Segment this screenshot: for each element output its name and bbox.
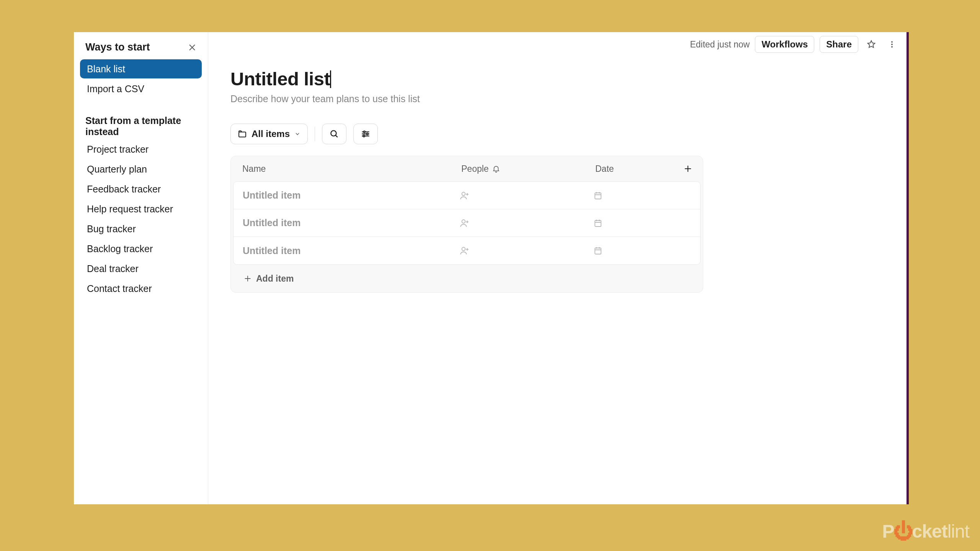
chevron-down-icon [294, 131, 301, 137]
share-button[interactable]: Share [820, 36, 858, 53]
svg-point-10 [462, 220, 466, 223]
set-date-button[interactable] [593, 218, 696, 228]
dropdown-label: All items [252, 129, 290, 139]
svg-point-6 [366, 133, 368, 135]
template-backlog-tracker[interactable]: Backlog tracker [80, 239, 202, 258]
template-help-request-tracker[interactable]: Help request tracker [80, 199, 202, 218]
template-contact-tracker[interactable]: Contact tracker [80, 279, 202, 298]
template-feedback-tracker[interactable]: Feedback tracker [80, 179, 202, 199]
sidebar-item-label: Backlog tracker [87, 243, 153, 254]
item-name[interactable]: Untitled item [243, 245, 459, 256]
folder-icon [238, 129, 247, 139]
table-row[interactable]: Untitled item [234, 182, 700, 209]
plus-icon [244, 275, 252, 282]
close-icon[interactable] [188, 43, 196, 52]
sidebar-item-label: Help request tracker [87, 204, 173, 214]
sidebar-item-label: Project tracker [87, 144, 149, 155]
svg-rect-9 [595, 193, 601, 199]
sidebar-item-label: Contact tracker [87, 283, 152, 294]
button-label: Workflows [761, 39, 808, 49]
watermark-text: P [882, 521, 894, 542]
svg-point-1 [891, 44, 893, 45]
list-title[interactable]: Untitled list [230, 68, 330, 90]
svg-point-0 [891, 41, 893, 43]
svg-point-8 [462, 192, 466, 196]
person-add-icon [459, 246, 593, 256]
star-icon[interactable] [864, 37, 879, 52]
svg-point-2 [891, 46, 893, 47]
add-column-button[interactable] [672, 165, 699, 173]
sidebar-item-label: Bug tracker [87, 223, 136, 234]
person-add-icon [459, 191, 593, 201]
sliders-icon [361, 129, 371, 139]
column-name[interactable]: Name [242, 164, 461, 174]
divider [315, 127, 315, 141]
view-controls: All items [230, 124, 883, 144]
sidebar-start-list: Blank list Import a CSV [80, 59, 202, 98]
button-label: Add item [256, 274, 294, 284]
svg-point-12 [462, 247, 466, 251]
sidebar-template-list: Project tracker Quarterly plan Feedback … [80, 140, 202, 298]
calendar-icon [593, 218, 696, 228]
item-name[interactable]: Untitled item [243, 190, 459, 201]
svg-point-5 [364, 131, 365, 132]
sidebar-item-label: Quarterly plan [87, 164, 147, 174]
column-date[interactable]: Date [595, 164, 672, 174]
search-button[interactable] [322, 124, 346, 144]
sidebar-item-label: Blank list [87, 64, 125, 74]
more-icon[interactable] [884, 37, 900, 52]
workflows-button[interactable]: Workflows [755, 36, 814, 53]
list-description-placeholder[interactable]: Describe how your team plans to use this… [230, 93, 883, 104]
sidebar-item-label: Deal tracker [87, 263, 139, 274]
main-pane: Edited just now Workflows Share Untitled… [208, 32, 906, 504]
table-header: Name People Date [231, 156, 703, 181]
svg-rect-3 [239, 132, 246, 137]
table-body: Untitled item Untitled item [233, 181, 701, 265]
column-label: People [461, 164, 489, 174]
watermark-text: cket [912, 521, 947, 542]
item-name[interactable]: Untitled item [243, 217, 459, 228]
watermark-text: lint [947, 521, 969, 542]
sidebar: Ways to start Blank list Import a CSV St… [74, 32, 208, 504]
sidebar-item-blank-list[interactable]: Blank list [80, 59, 202, 78]
svg-rect-11 [595, 220, 601, 227]
sidebar-header: Ways to start [80, 39, 202, 57]
person-add-icon [459, 218, 593, 228]
add-item-button[interactable]: Add item [231, 265, 703, 292]
filter-button[interactable] [353, 124, 378, 144]
app-window: Ways to start Blank list Import a CSV St… [74, 32, 906, 504]
template-bug-tracker[interactable]: Bug tracker [80, 219, 202, 238]
set-date-button[interactable] [593, 246, 696, 255]
svg-point-4 [331, 130, 336, 136]
all-items-dropdown[interactable]: All items [230, 124, 308, 144]
bell-icon [492, 165, 500, 173]
sidebar-item-import-csv[interactable]: Import a CSV [80, 79, 202, 98]
column-people[interactable]: People [461, 164, 595, 174]
table-row[interactable]: Untitled item [234, 237, 700, 264]
watermark-logo: P⏻cketlint [882, 520, 969, 543]
search-icon [329, 129, 339, 139]
svg-point-7 [363, 135, 365, 137]
template-quarterly-plan[interactable]: Quarterly plan [80, 160, 202, 179]
set-date-button[interactable] [593, 191, 696, 200]
table-row[interactable]: Untitled item [234, 209, 700, 237]
sidebar-item-label: Import a CSV [87, 83, 144, 94]
topbar: Edited just now Workflows Share [690, 36, 900, 53]
sidebar-item-label: Feedback tracker [87, 184, 161, 194]
template-project-tracker[interactable]: Project tracker [80, 140, 202, 159]
edited-status: Edited just now [690, 39, 750, 50]
button-label: Share [826, 39, 852, 49]
sidebar-title: Ways to start [85, 41, 150, 53]
calendar-icon [593, 191, 696, 200]
template-deal-tracker[interactable]: Deal tracker [80, 259, 202, 278]
calendar-icon [593, 246, 696, 255]
sidebar-templates-header: Start from a template instead [80, 99, 202, 140]
list-table: Name People Date Untitled item [230, 156, 703, 293]
assign-people-button[interactable] [459, 218, 593, 228]
assign-people-button[interactable] [459, 246, 593, 256]
assign-people-button[interactable] [459, 191, 593, 201]
plus-icon [684, 165, 692, 173]
watermark-o-icon: ⏻ [893, 520, 913, 543]
svg-rect-13 [595, 248, 601, 254]
